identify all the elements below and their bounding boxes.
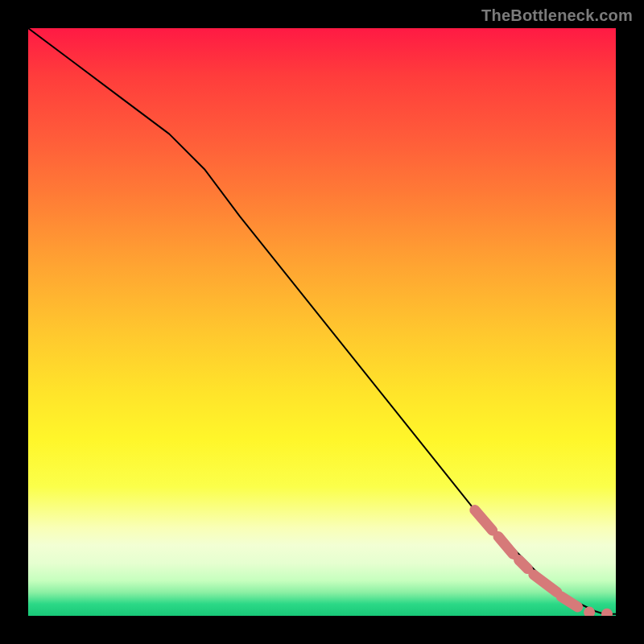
highlight-segment [498,537,513,555]
highlight-point [584,607,595,616]
highlight-point [601,609,613,616]
highlight-segment [561,597,578,607]
chart-overlay [28,28,616,616]
highlight-points [584,607,613,616]
watermark-text: TheBottleneck.com [481,6,633,25]
highlight-segment [475,510,493,531]
chart-frame: TheBottleneck.com [0,0,644,644]
highlight-segments [475,510,578,607]
highlight-segment [519,560,528,569]
bottleneck-curve [28,28,616,614]
highlight-segment [534,575,557,592]
plot-area [28,28,616,616]
